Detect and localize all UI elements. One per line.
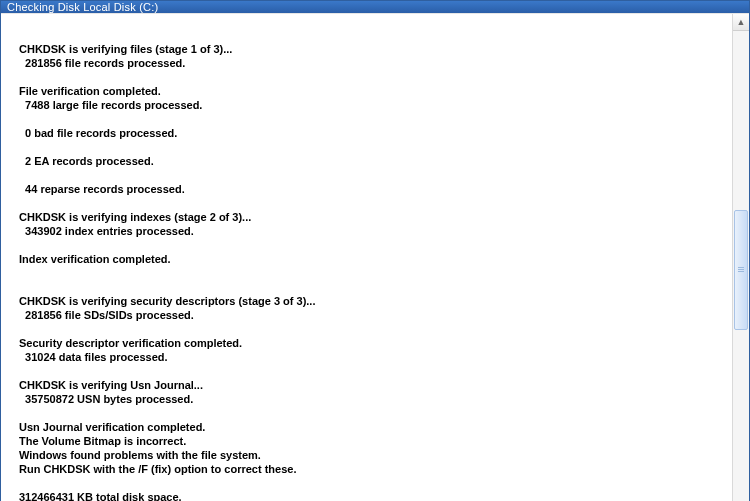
output-line [19,280,714,294]
output-line: CHKDSK is verifying indexes (stage 2 of … [19,210,714,224]
output-line [19,322,714,336]
output-line [19,476,714,490]
output-line [19,364,714,378]
output-line [19,28,714,42]
output-line: 7488 large file records processed. [19,98,714,112]
output-line [19,266,714,280]
output-area: CHKDSK is verifying files (stage 1 of 3)… [1,14,732,501]
scroll-track[interactable] [733,31,749,501]
scroll-thumb[interactable] [734,210,748,330]
output-line [19,196,714,210]
output-line: CHKDSK is verifying files (stage 1 of 3)… [19,42,714,56]
output-line [19,112,714,126]
output-line: 2 EA records processed. [19,154,714,168]
output-line: Index verification completed. [19,252,714,266]
output-line: Usn Journal verification completed. [19,420,714,434]
output-line: 343902 index entries processed. [19,224,714,238]
output-line: 281856 file records processed. [19,56,714,70]
output-line: Security descriptor verification complet… [19,336,714,350]
chkdsk-window: Checking Disk Local Disk (C:) CHKDSK is … [0,0,750,501]
output-line: File verification completed. [19,84,714,98]
output-line: Run CHKDSK with the /F (fix) option to c… [19,462,714,476]
output-line: 312466431 KB total disk space. [19,490,714,501]
output-line: CHKDSK is verifying security descriptors… [19,294,714,308]
output-line [19,406,714,420]
output-line: 281856 file SDs/SIDs processed. [19,308,714,322]
output-line [19,238,714,252]
output-line: 35750872 USN bytes processed. [19,392,714,406]
output-line [19,168,714,182]
output-line [19,140,714,154]
output-line: 31024 data files processed. [19,350,714,364]
output-line: Windows found problems with the file sys… [19,448,714,462]
output-line: The Volume Bitmap is incorrect. [19,434,714,448]
vertical-scrollbar[interactable]: ▲ ▼ [732,14,749,501]
window-body: CHKDSK is verifying files (stage 1 of 3)… [1,13,749,501]
output-line: CHKDSK is verifying Usn Journal... [19,378,714,392]
output-line: 0 bad file records processed. [19,126,714,140]
scroll-up-button[interactable]: ▲ [733,14,749,31]
window-title: Checking Disk Local Disk (C:) [7,1,158,13]
title-bar[interactable]: Checking Disk Local Disk (C:) [1,1,749,13]
output-line: 44 reparse records processed. [19,182,714,196]
output-line [19,70,714,84]
